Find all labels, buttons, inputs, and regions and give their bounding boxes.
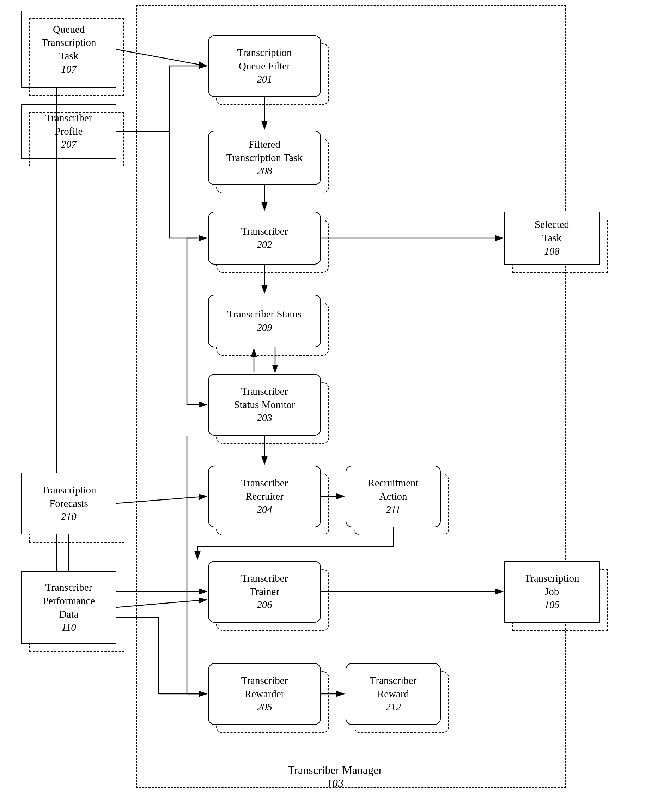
reward-box: TranscriberReward 212 <box>346 663 441 725</box>
manager-number-text: 103 <box>326 777 343 789</box>
rewarder-number: 205 <box>257 701 272 714</box>
manager-title-text: Transcriber Manager <box>288 764 382 776</box>
transcriber-profile-shadow <box>29 112 124 166</box>
queued-task-box-shadow <box>29 18 124 96</box>
recruiter-title: TranscriberRecruiter <box>241 476 288 503</box>
reward-number: 212 <box>386 701 401 714</box>
transcriber-number: 202 <box>257 238 272 252</box>
queue-filter-title: TranscriptionQueue Filter <box>237 46 292 73</box>
trainer-number: 206 <box>257 598 272 612</box>
recruitment-action-box: RecruitmentAction 211 <box>346 466 441 527</box>
forecasts-title: TranscriptionForecasts <box>41 484 96 510</box>
transcriber-status-title: Transcriber Status <box>227 308 302 321</box>
forecasts-box: TranscriptionForecasts 210 <box>21 473 116 534</box>
trainer-title: TranscriberTrainer <box>241 572 288 598</box>
queue-filter-number: 201 <box>257 73 272 86</box>
trainer-box: TranscriberTrainer 206 <box>208 561 321 623</box>
selected-task-title: SelectedTask <box>535 218 569 244</box>
recruiter-number: 204 <box>257 503 272 516</box>
performance-data-box: TranscriberPerformanceData 110 <box>21 571 116 644</box>
transcription-job-box: TranscriptionJob 105 <box>504 561 599 623</box>
selected-task-number: 108 <box>544 245 560 258</box>
reward-title: TranscriberReward <box>370 674 417 701</box>
performance-data-number: 110 <box>61 621 76 634</box>
transcription-job-title: TranscriptionJob <box>524 572 579 598</box>
queue-filter-box: TranscriptionQueue Filter 201 <box>208 35 321 97</box>
performance-data-title: TranscriberPerformanceData <box>43 581 95 621</box>
diagram: QueuedTranscriptionTask 107 TranscriberP… <box>0 0 651 812</box>
status-monitor-number: 203 <box>257 411 272 425</box>
rewarder-box: TranscriberRewarder 205 <box>208 663 321 725</box>
status-monitor-title: TranscriberStatus Monitor <box>234 385 295 411</box>
transcription-job-number: 105 <box>544 598 560 612</box>
filtered-task-box: FilteredTranscription Task 208 <box>208 131 321 185</box>
recruitment-action-number: 211 <box>386 503 400 516</box>
recruitment-action-title: RecruitmentAction <box>368 476 418 503</box>
filtered-task-number: 208 <box>257 164 272 178</box>
transcriber-status-number: 209 <box>257 321 272 334</box>
transcriber-title: Transcriber <box>241 225 288 238</box>
filtered-task-title: FilteredTranscription Task <box>226 138 303 164</box>
forecasts-number: 210 <box>61 510 76 524</box>
transcriber-status-box: Transcriber Status 209 <box>208 295 321 348</box>
transcriber-box: Transcriber 202 <box>208 212 321 264</box>
selected-task-box: SelectedTask 108 <box>504 212 599 264</box>
rewarder-title: TranscriberRewarder <box>241 674 288 701</box>
manager-label: Transcriber Manager 103 <box>212 764 459 790</box>
recruiter-box: TranscriberRecruiter 204 <box>208 466 321 527</box>
status-monitor-box: TranscriberStatus Monitor 203 <box>208 374 321 436</box>
